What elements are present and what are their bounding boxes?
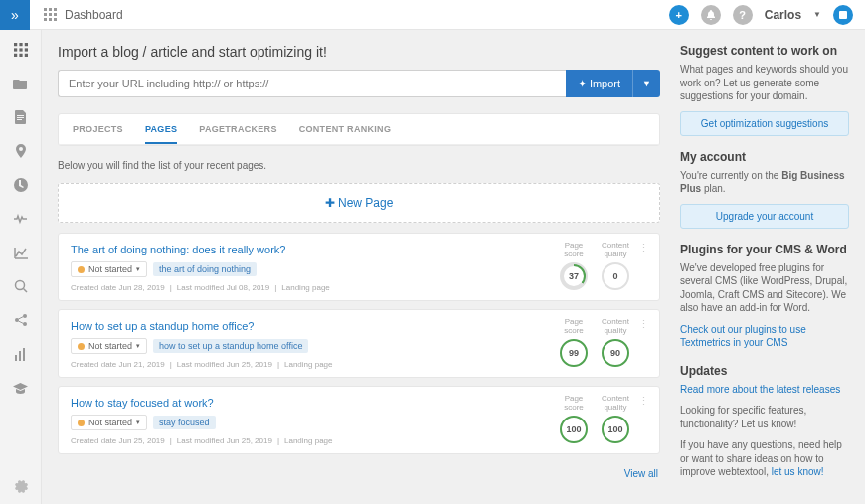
- svg-rect-27: [15, 355, 17, 361]
- card-menu-icon[interactable]: ⋮: [638, 246, 649, 250]
- sidebar-grid-icon[interactable]: [11, 42, 31, 58]
- username-label[interactable]: Carlos: [765, 8, 801, 22]
- add-icon[interactable]: +: [669, 5, 689, 25]
- svg-rect-11: [19, 43, 22, 46]
- sidebar-file-icon[interactable]: [11, 109, 31, 125]
- card-menu-icon[interactable]: ⋮: [638, 399, 649, 403]
- status-dropdown[interactable]: Not started ▾: [71, 415, 147, 430]
- svg-rect-4: [49, 13, 52, 16]
- status-dropdown[interactable]: Not started ▾: [71, 338, 147, 354]
- upgrade-button[interactable]: Upgrade your account: [680, 204, 849, 229]
- svg-rect-8: [54, 18, 57, 21]
- page-score-ring: 100: [560, 416, 588, 443]
- app-logo[interactable]: »: [0, 0, 30, 30]
- suggest-heading: Suggest content to work on: [680, 44, 849, 58]
- import-button-label: Import: [590, 78, 620, 89]
- grid-icon[interactable]: [44, 8, 57, 21]
- svg-rect-7: [49, 18, 52, 21]
- plugins-heading: Plugins for your CMS & Word: [680, 243, 849, 256]
- svg-rect-3: [44, 13, 47, 16]
- user-menu-caret-icon[interactable]: ▼: [813, 10, 821, 19]
- sidebar-graduation-icon[interactable]: [11, 380, 31, 396]
- tab-pagetrackers[interactable]: PAGETRACKERS: [199, 114, 276, 144]
- help-icon[interactable]: ?: [733, 5, 753, 25]
- tab-content-ranking[interactable]: CONTENT RANKING: [299, 114, 392, 144]
- svg-rect-28: [19, 351, 21, 361]
- import-button[interactable]: ✦ Import: [566, 70, 632, 97]
- page-score-label: Pagescore: [560, 395, 588, 413]
- status-dot-icon: [78, 266, 85, 273]
- tab-pages[interactable]: PAGES: [145, 114, 177, 144]
- sidebar-chart-line-icon[interactable]: [11, 245, 31, 260]
- page-score-ring: 37: [560, 262, 588, 290]
- card-menu-icon[interactable]: ⋮: [638, 322, 649, 326]
- updates-text2: If you have any questions, need help or …: [680, 438, 849, 479]
- svg-rect-15: [24, 48, 27, 51]
- updates-text1: Looking for specific features, functiona…: [680, 404, 849, 430]
- svg-rect-0: [44, 8, 47, 11]
- content-quality-label: Contentquality: [602, 318, 629, 336]
- tab-projects[interactable]: PROJECTS: [73, 114, 123, 144]
- page-card: ⋮Pagescore37Contentquality0The art of do…: [58, 233, 660, 301]
- user-avatar-icon[interactable]: [833, 5, 853, 25]
- tab-description: Below you will find the list of your rec…: [58, 146, 660, 183]
- sidebar-heart-icon[interactable]: [11, 211, 31, 227]
- get-suggestions-button[interactable]: Get optimization suggestions: [680, 111, 849, 136]
- keyword-pill[interactable]: stay focused: [153, 416, 216, 429]
- sidebar-gear-icon[interactable]: [11, 478, 31, 494]
- view-all-link[interactable]: View all: [58, 462, 660, 485]
- page-card: ⋮Pagescore100Contentquality100How to sta…: [58, 386, 660, 454]
- tabs-card: PROJECTSPAGESPAGETRACKERSCONTENT RANKING: [58, 113, 660, 146]
- sidebar-pin-icon[interactable]: [11, 143, 31, 159]
- content-quality-ring: 100: [602, 416, 629, 443]
- status-dot-icon: [78, 343, 85, 350]
- content-quality-label: Contentquality: [602, 242, 629, 259]
- status-dropdown[interactable]: Not started ▾: [71, 261, 147, 277]
- plugins-link[interactable]: Check out our plugins to use Textmetrics…: [680, 323, 849, 350]
- svg-rect-14: [19, 48, 22, 51]
- svg-rect-2: [54, 8, 57, 11]
- page-score-label: Pagescore: [560, 242, 588, 259]
- svg-rect-6: [44, 18, 47, 21]
- svg-point-25: [23, 314, 27, 318]
- svg-rect-20: [17, 117, 24, 118]
- svg-rect-16: [14, 54, 17, 57]
- content-quality-ring: 0: [602, 262, 629, 290]
- new-page-button[interactable]: ✚ New Page: [58, 183, 660, 223]
- content-quality-ring: 90: [602, 339, 629, 367]
- new-page-label: New Page: [338, 196, 393, 210]
- page-score-ring: 99: [560, 339, 588, 367]
- notifications-icon[interactable]: [701, 5, 721, 25]
- content-quality-label: Contentquality: [602, 395, 629, 413]
- status-dot-icon: [78, 420, 85, 426]
- url-input[interactable]: [58, 70, 566, 97]
- svg-rect-18: [24, 54, 27, 57]
- svg-point-22: [15, 281, 24, 290]
- account-heading: My account: [680, 150, 849, 164]
- svg-rect-1: [49, 8, 52, 11]
- svg-line-23: [23, 289, 27, 293]
- svg-point-26: [23, 322, 27, 326]
- svg-rect-5: [54, 13, 57, 16]
- sidebar-clock-icon[interactable]: [11, 177, 31, 193]
- svg-rect-21: [17, 119, 22, 120]
- account-text: You're currently on the Big Business Plu…: [680, 169, 849, 196]
- svg-rect-12: [24, 43, 27, 46]
- svg-rect-10: [14, 43, 17, 46]
- updates-link[interactable]: Read more about the latest releases: [680, 383, 849, 397]
- sidebar-search-icon[interactable]: [11, 278, 31, 294]
- svg-rect-19: [17, 115, 24, 116]
- keyword-pill[interactable]: the art of doing nothing: [153, 262, 257, 276]
- plugins-text: We've developed free plugins for several…: [680, 261, 849, 315]
- sidebar-folder-icon[interactable]: [11, 76, 31, 91]
- sidebar-share-icon[interactable]: [11, 312, 31, 328]
- svg-rect-29: [23, 348, 25, 361]
- svg-rect-13: [14, 48, 17, 51]
- import-heading: Import a blog / article and start optimi…: [58, 44, 660, 60]
- import-dropdown-caret-icon[interactable]: ▼: [632, 70, 660, 97]
- page-card: ⋮Pagescore99Contentquality90How to set u…: [58, 309, 660, 378]
- keyword-pill[interactable]: how to set up a standup home office: [153, 339, 308, 353]
- sidebar-bar-chart-icon[interactable]: [11, 346, 31, 362]
- let-us-know-link[interactable]: let us know!: [772, 466, 824, 477]
- svg-rect-9: [839, 11, 847, 19]
